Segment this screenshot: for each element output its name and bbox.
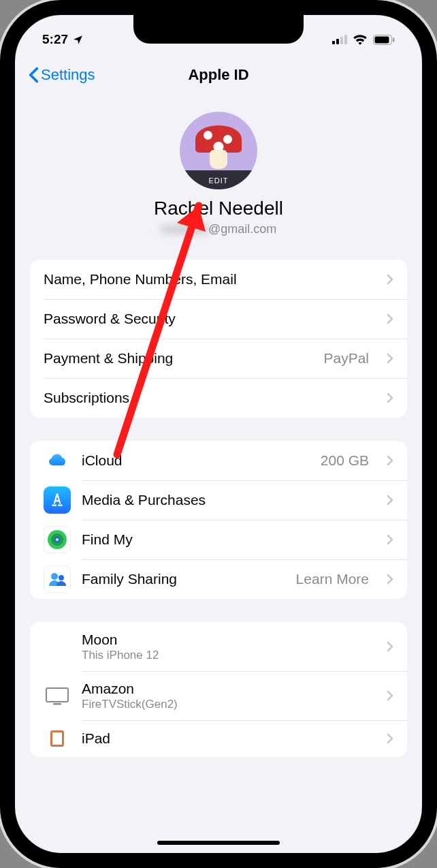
svg-rect-3 <box>344 35 347 44</box>
wifi-icon <box>353 34 368 45</box>
device-sub: FireTVStick(Gen2) <box>82 698 369 711</box>
avatar-image <box>195 125 242 153</box>
row-label: Payment & Shipping <box>44 350 312 367</box>
chevron-right-icon <box>387 455 393 466</box>
row-label: Name, Phone Numbers, Email <box>44 271 369 288</box>
chevron-right-icon <box>387 495 393 506</box>
row-media-purchases[interactable]: Media & Purchases <box>30 480 407 520</box>
row-label: Subscriptions <box>44 390 369 406</box>
page-title: Apple ID <box>188 66 248 84</box>
svg-point-12 <box>59 575 64 580</box>
device-icon-placeholder <box>44 633 71 660</box>
family-icon <box>44 565 71 593</box>
icloud-icon <box>44 447 71 474</box>
chevron-right-icon <box>387 574 393 585</box>
device-name: Moon <box>82 632 369 648</box>
phone-frame: 5:27 Set <box>0 0 437 868</box>
tv-icon <box>44 682 71 709</box>
svg-rect-6 <box>393 37 395 42</box>
status-time: 5:27 <box>42 32 68 47</box>
device-name: Amazon <box>82 681 369 697</box>
svg-rect-0 <box>332 41 335 44</box>
row-detail: Learn More <box>296 571 369 587</box>
notch <box>133 15 304 44</box>
profile-email-hidden: redacted <box>161 222 208 236</box>
device-row-ipad[interactable]: iPad <box>30 720 407 757</box>
chevron-right-icon <box>387 353 393 364</box>
chevron-right-icon <box>387 392 393 403</box>
section-devices: Moon This iPhone 12 Amazon FireTVStick(G… <box>30 622 407 757</box>
back-label: Settings <box>41 66 95 84</box>
row-icloud[interactable]: iCloud 200 GB <box>30 441 407 480</box>
content-scroll[interactable]: EDIT Rachel Needell redacted @gmail.com … <box>15 95 422 853</box>
row-subscriptions[interactable]: Subscriptions <box>30 378 407 418</box>
chevron-right-icon <box>387 641 393 652</box>
chevron-right-icon <box>387 274 393 285</box>
profile-email: redacted @gmail.com <box>161 222 276 236</box>
location-icon <box>72 34 84 46</box>
avatar-edit-label[interactable]: EDIT <box>180 170 257 189</box>
appstore-icon <box>44 486 71 514</box>
section-account: Name, Phone Numbers, Email Password & Se… <box>30 260 407 418</box>
device-sub: This iPhone 12 <box>82 649 369 662</box>
back-button[interactable]: Settings <box>29 66 95 84</box>
row-family-sharing[interactable]: Family Sharing Learn More <box>30 559 407 599</box>
row-detail: PayPal <box>323 350 369 367</box>
row-label: Media & Purchases <box>82 492 369 508</box>
svg-rect-13 <box>46 688 68 702</box>
profile-email-domain: @gmail.com <box>208 222 276 236</box>
row-find-my[interactable]: Find My <box>30 520 407 559</box>
status-right <box>332 34 395 45</box>
svg-rect-5 <box>375 36 389 43</box>
cellular-icon <box>332 35 347 44</box>
device-text: Amazon FireTVStick(Gen2) <box>82 681 369 711</box>
chevron-right-icon <box>387 534 393 545</box>
chevron-right-icon <box>387 690 393 701</box>
svg-rect-16 <box>52 732 62 745</box>
svg-point-10 <box>56 538 59 541</box>
device-name: iPad <box>82 730 369 747</box>
home-indicator[interactable] <box>157 841 280 845</box>
chevron-right-icon <box>387 733 393 744</box>
svg-rect-14 <box>53 703 61 705</box>
profile-name: Rachel Needell <box>154 198 283 219</box>
chevron-right-icon <box>387 313 393 324</box>
row-label: Password & Security <box>44 311 369 327</box>
device-text: iPad <box>82 730 369 747</box>
profile-header: EDIT Rachel Needell redacted @gmail.com <box>15 95 422 260</box>
nav-bar: Settings Apple ID <box>15 55 422 95</box>
device-row-amazon[interactable]: Amazon FireTVStick(Gen2) <box>30 671 407 720</box>
findmy-icon <box>44 526 71 553</box>
svg-rect-2 <box>340 37 343 44</box>
row-label: Find My <box>82 531 369 548</box>
status-left: 5:27 <box>42 32 84 47</box>
device-row-moon[interactable]: Moon This iPhone 12 <box>30 622 407 671</box>
chevron-left-icon <box>29 67 39 83</box>
row-password-security[interactable]: Password & Security <box>30 299 407 339</box>
section-services: iCloud 200 GB Media & Purchases Find My <box>30 441 407 599</box>
row-payment-shipping[interactable]: Payment & Shipping PayPal <box>30 339 407 378</box>
screen: 5:27 Set <box>15 15 422 853</box>
row-detail: 200 GB <box>321 452 369 469</box>
row-label: iCloud <box>82 452 310 469</box>
svg-point-11 <box>51 573 58 580</box>
ipad-icon <box>44 725 71 752</box>
device-text: Moon This iPhone 12 <box>82 632 369 662</box>
svg-rect-1 <box>336 39 339 44</box>
row-name-phone-email[interactable]: Name, Phone Numbers, Email <box>30 260 407 299</box>
row-label: Family Sharing <box>82 571 285 587</box>
avatar[interactable]: EDIT <box>180 112 257 189</box>
battery-icon <box>373 35 395 45</box>
